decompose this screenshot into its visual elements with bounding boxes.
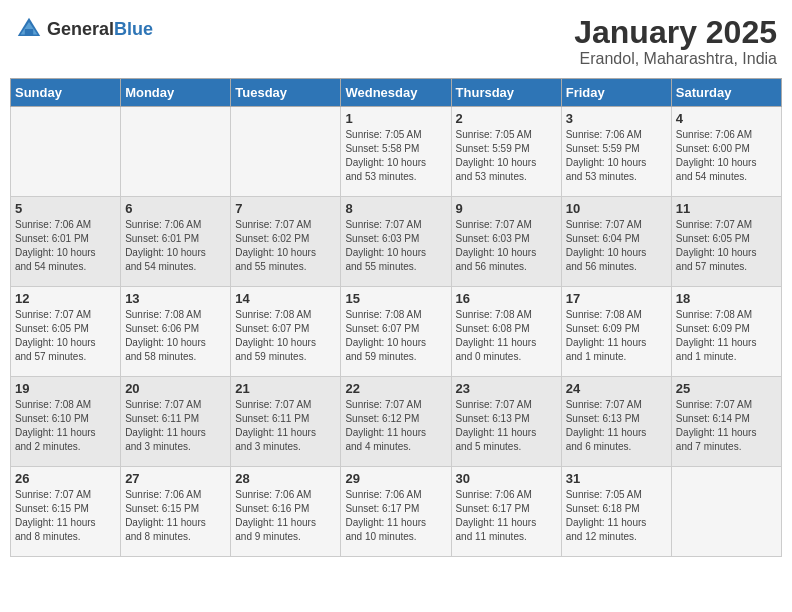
- logo: General Blue: [15, 15, 153, 43]
- calendar-day-cell: 29Sunrise: 7:06 AM Sunset: 6:17 PM Dayli…: [341, 467, 451, 557]
- calendar-day-cell: 3Sunrise: 7:06 AM Sunset: 5:59 PM Daylig…: [561, 107, 671, 197]
- day-info: Sunrise: 7:07 AM Sunset: 6:13 PM Dayligh…: [456, 398, 557, 454]
- day-info: Sunrise: 7:05 AM Sunset: 6:18 PM Dayligh…: [566, 488, 667, 544]
- day-info: Sunrise: 7:08 AM Sunset: 6:06 PM Dayligh…: [125, 308, 226, 364]
- calendar-day-cell: 5Sunrise: 7:06 AM Sunset: 6:01 PM Daylig…: [11, 197, 121, 287]
- day-number: 19: [15, 381, 116, 396]
- calendar-day-cell: 31Sunrise: 7:05 AM Sunset: 6:18 PM Dayli…: [561, 467, 671, 557]
- day-info: Sunrise: 7:05 AM Sunset: 5:58 PM Dayligh…: [345, 128, 446, 184]
- calendar-header: SundayMondayTuesdayWednesdayThursdayFrid…: [11, 79, 782, 107]
- day-info: Sunrise: 7:05 AM Sunset: 5:59 PM Dayligh…: [456, 128, 557, 184]
- day-number: 21: [235, 381, 336, 396]
- calendar-day-cell: 17Sunrise: 7:08 AM Sunset: 6:09 PM Dayli…: [561, 287, 671, 377]
- weekday-header-cell: Tuesday: [231, 79, 341, 107]
- day-number: 14: [235, 291, 336, 306]
- calendar-day-cell: 12Sunrise: 7:07 AM Sunset: 6:05 PM Dayli…: [11, 287, 121, 377]
- calendar-day-cell: [671, 467, 781, 557]
- day-info: Sunrise: 7:08 AM Sunset: 6:09 PM Dayligh…: [676, 308, 777, 364]
- day-info: Sunrise: 7:08 AM Sunset: 6:08 PM Dayligh…: [456, 308, 557, 364]
- day-number: 18: [676, 291, 777, 306]
- calendar-day-cell: 30Sunrise: 7:06 AM Sunset: 6:17 PM Dayli…: [451, 467, 561, 557]
- day-number: 2: [456, 111, 557, 126]
- day-number: 20: [125, 381, 226, 396]
- day-info: Sunrise: 7:07 AM Sunset: 6:05 PM Dayligh…: [15, 308, 116, 364]
- calendar-day-cell: 11Sunrise: 7:07 AM Sunset: 6:05 PM Dayli…: [671, 197, 781, 287]
- day-info: Sunrise: 7:07 AM Sunset: 6:02 PM Dayligh…: [235, 218, 336, 274]
- day-number: 10: [566, 201, 667, 216]
- day-info: Sunrise: 7:07 AM Sunset: 6:03 PM Dayligh…: [345, 218, 446, 274]
- page-subtitle: Erandol, Maharashtra, India: [574, 50, 777, 68]
- day-number: 6: [125, 201, 226, 216]
- day-number: 9: [456, 201, 557, 216]
- day-info: Sunrise: 7:06 AM Sunset: 6:00 PM Dayligh…: [676, 128, 777, 184]
- day-info: Sunrise: 7:07 AM Sunset: 6:14 PM Dayligh…: [676, 398, 777, 454]
- title-block: January 2025 Erandol, Maharashtra, India: [574, 15, 777, 68]
- day-number: 7: [235, 201, 336, 216]
- day-info: Sunrise: 7:07 AM Sunset: 6:13 PM Dayligh…: [566, 398, 667, 454]
- calendar-day-cell: 26Sunrise: 7:07 AM Sunset: 6:15 PM Dayli…: [11, 467, 121, 557]
- day-number: 3: [566, 111, 667, 126]
- day-number: 4: [676, 111, 777, 126]
- day-info: Sunrise: 7:06 AM Sunset: 6:01 PM Dayligh…: [125, 218, 226, 274]
- day-number: 1: [345, 111, 446, 126]
- weekday-header-cell: Sunday: [11, 79, 121, 107]
- calendar-week-row: 26Sunrise: 7:07 AM Sunset: 6:15 PM Dayli…: [11, 467, 782, 557]
- weekday-header-cell: Thursday: [451, 79, 561, 107]
- calendar-day-cell: [11, 107, 121, 197]
- day-info: Sunrise: 7:07 AM Sunset: 6:11 PM Dayligh…: [235, 398, 336, 454]
- page-title: January 2025: [574, 15, 777, 50]
- calendar-table: SundayMondayTuesdayWednesdayThursdayFrid…: [10, 78, 782, 557]
- day-info: Sunrise: 7:06 AM Sunset: 6:01 PM Dayligh…: [15, 218, 116, 274]
- day-info: Sunrise: 7:06 AM Sunset: 6:17 PM Dayligh…: [456, 488, 557, 544]
- calendar-body: 1Sunrise: 7:05 AM Sunset: 5:58 PM Daylig…: [11, 107, 782, 557]
- logo-text-general: General: [47, 20, 114, 38]
- weekday-header-row: SundayMondayTuesdayWednesdayThursdayFrid…: [11, 79, 782, 107]
- calendar-day-cell: 21Sunrise: 7:07 AM Sunset: 6:11 PM Dayli…: [231, 377, 341, 467]
- calendar-day-cell: [121, 107, 231, 197]
- day-number: 22: [345, 381, 446, 396]
- day-number: 13: [125, 291, 226, 306]
- logo-icon: [15, 15, 43, 43]
- calendar-day-cell: 1Sunrise: 7:05 AM Sunset: 5:58 PM Daylig…: [341, 107, 451, 197]
- calendar-day-cell: 23Sunrise: 7:07 AM Sunset: 6:13 PM Dayli…: [451, 377, 561, 467]
- day-info: Sunrise: 7:07 AM Sunset: 6:15 PM Dayligh…: [15, 488, 116, 544]
- day-number: 30: [456, 471, 557, 486]
- weekday-header-cell: Saturday: [671, 79, 781, 107]
- weekday-header-cell: Monday: [121, 79, 231, 107]
- day-info: Sunrise: 7:07 AM Sunset: 6:12 PM Dayligh…: [345, 398, 446, 454]
- page-header: General Blue January 2025 Erandol, Mahar…: [10, 10, 782, 68]
- calendar-day-cell: 28Sunrise: 7:06 AM Sunset: 6:16 PM Dayli…: [231, 467, 341, 557]
- weekday-header-cell: Wednesday: [341, 79, 451, 107]
- day-info: Sunrise: 7:08 AM Sunset: 6:07 PM Dayligh…: [235, 308, 336, 364]
- day-info: Sunrise: 7:07 AM Sunset: 6:04 PM Dayligh…: [566, 218, 667, 274]
- day-info: Sunrise: 7:06 AM Sunset: 6:15 PM Dayligh…: [125, 488, 226, 544]
- calendar-week-row: 1Sunrise: 7:05 AM Sunset: 5:58 PM Daylig…: [11, 107, 782, 197]
- calendar-day-cell: [231, 107, 341, 197]
- day-number: 23: [456, 381, 557, 396]
- day-number: 5: [15, 201, 116, 216]
- calendar-day-cell: 9Sunrise: 7:07 AM Sunset: 6:03 PM Daylig…: [451, 197, 561, 287]
- day-number: 11: [676, 201, 777, 216]
- calendar-day-cell: 13Sunrise: 7:08 AM Sunset: 6:06 PM Dayli…: [121, 287, 231, 377]
- calendar-week-row: 12Sunrise: 7:07 AM Sunset: 6:05 PM Dayli…: [11, 287, 782, 377]
- day-number: 25: [676, 381, 777, 396]
- day-number: 26: [15, 471, 116, 486]
- calendar-week-row: 5Sunrise: 7:06 AM Sunset: 6:01 PM Daylig…: [11, 197, 782, 287]
- day-number: 27: [125, 471, 226, 486]
- calendar-day-cell: 14Sunrise: 7:08 AM Sunset: 6:07 PM Dayli…: [231, 287, 341, 377]
- calendar-day-cell: 6Sunrise: 7:06 AM Sunset: 6:01 PM Daylig…: [121, 197, 231, 287]
- calendar-day-cell: 24Sunrise: 7:07 AM Sunset: 6:13 PM Dayli…: [561, 377, 671, 467]
- day-number: 12: [15, 291, 116, 306]
- day-number: 29: [345, 471, 446, 486]
- day-info: Sunrise: 7:07 AM Sunset: 6:03 PM Dayligh…: [456, 218, 557, 274]
- day-number: 16: [456, 291, 557, 306]
- calendar-day-cell: 19Sunrise: 7:08 AM Sunset: 6:10 PM Dayli…: [11, 377, 121, 467]
- day-number: 24: [566, 381, 667, 396]
- calendar-day-cell: 20Sunrise: 7:07 AM Sunset: 6:11 PM Dayli…: [121, 377, 231, 467]
- calendar-day-cell: 25Sunrise: 7:07 AM Sunset: 6:14 PM Dayli…: [671, 377, 781, 467]
- day-info: Sunrise: 7:06 AM Sunset: 5:59 PM Dayligh…: [566, 128, 667, 184]
- calendar-day-cell: 10Sunrise: 7:07 AM Sunset: 6:04 PM Dayli…: [561, 197, 671, 287]
- calendar-day-cell: 16Sunrise: 7:08 AM Sunset: 6:08 PM Dayli…: [451, 287, 561, 377]
- calendar-day-cell: 22Sunrise: 7:07 AM Sunset: 6:12 PM Dayli…: [341, 377, 451, 467]
- day-info: Sunrise: 7:08 AM Sunset: 6:07 PM Dayligh…: [345, 308, 446, 364]
